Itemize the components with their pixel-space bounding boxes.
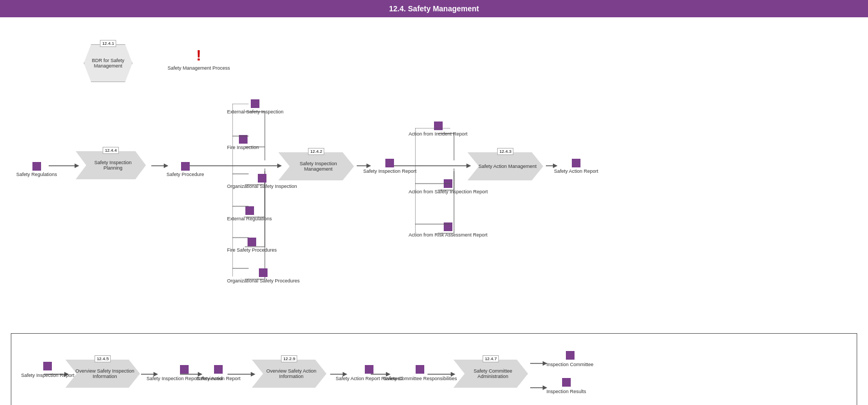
- safety-proc-icon: [181, 162, 190, 171]
- sca-node: 12.4.7 Safety Committee Administration: [453, 360, 528, 388]
- bottom-sir-icon: [43, 362, 52, 370]
- org-safety-label: Organizational Safety Inspection: [227, 184, 297, 190]
- sir-reviewed-icon: [180, 365, 189, 374]
- insp-results-node: Inspection Results: [546, 378, 586, 395]
- sim-node: 12.4.2 Safety Inspection Management: [278, 152, 354, 180]
- sip-node: 12.4.4 Safety Inspection Planning: [76, 151, 146, 179]
- insp-results-label: Inspection Results: [546, 389, 586, 395]
- smp-node: ! Safety Management Process: [168, 47, 230, 72]
- main-container: 12.4. Safety Management: [0, 0, 868, 405]
- osii-node: 12.4.5 Overview Safety Inspection Inform…: [65, 360, 140, 388]
- sar-label: Safety Action Report: [554, 168, 598, 175]
- sim-badge: 12.4.2: [308, 148, 324, 155]
- ext-safety-node: External Safety Inspection: [227, 99, 284, 116]
- action-risk-node: Action from Risk Assessment Report: [409, 222, 488, 239]
- osai-badge: 12.2.9: [281, 355, 297, 362]
- fire-insp-label: Fire Inspection: [227, 145, 259, 151]
- action-insp-label: Action from Safety Inspection Report: [409, 189, 488, 195]
- sir-label: Safety Inspection Report: [363, 168, 417, 175]
- smp-label: Safety Management Process: [168, 65, 230, 72]
- sim-label: Safety Inspection Management: [288, 161, 349, 172]
- fire-safety-label: Fire Safety Procedures: [227, 247, 277, 254]
- osai-node: 12.2.9 Overview Safety Action Informatio…: [252, 360, 326, 388]
- safety-regs-icon: [32, 162, 41, 171]
- sir-node: Safety Inspection Report: [363, 159, 417, 175]
- fire-insp-node: Fire Inspection: [227, 135, 259, 151]
- sam-node: 12.4.3 Safety Action Management: [468, 152, 543, 180]
- action-insp-icon: [444, 179, 452, 188]
- safety-proc-node: Safety Procedure: [166, 162, 204, 178]
- action-insp-node: Action from Safety Inspection Report: [409, 179, 488, 195]
- page-header: 12.4. Safety Management: [0, 0, 868, 17]
- insp-results-icon: [562, 378, 571, 387]
- org-safety-proc-label: Organizational Safety Procedures: [227, 278, 300, 285]
- sc-resp-icon: [416, 365, 424, 374]
- ext-regs-node: External Regulations: [227, 206, 272, 222]
- org-safety-icon: [258, 174, 266, 183]
- bdr-badge: 12.4.1: [100, 40, 116, 47]
- bottom-box: Safety Inspection Report 12.4.5 Overview…: [11, 333, 857, 405]
- sc-resp-node: Safety Committee Responsibilities: [383, 365, 457, 382]
- action-risk-icon: [444, 222, 452, 231]
- fire-insp-icon: [239, 135, 248, 144]
- insp-committee-label: Inspection Committee: [546, 362, 593, 368]
- input-lines-svg: [232, 104, 249, 282]
- sar-reviewed-icon: [365, 365, 373, 374]
- osii-label: Overview Safety Inspection Information: [75, 368, 135, 379]
- action-incident-icon: [434, 122, 443, 130]
- sip-badge: 12.4.4: [103, 147, 119, 154]
- ext-regs-label: External Regulations: [227, 216, 272, 222]
- bottom-sar-label: Safety Action Report: [196, 376, 241, 382]
- insp-committee-icon: [566, 351, 575, 360]
- osai-label: Overview Safety Action Information: [262, 368, 321, 379]
- action-incident-node: Action from Incident Report: [409, 122, 468, 138]
- sar-node: Safety Action Report: [554, 159, 598, 175]
- diagram-area: 12.4.1 BDR for Safety Management ! Safet…: [0, 17, 868, 330]
- header-title: 12.4. Safety Management: [389, 4, 479, 13]
- ext-safety-label: External Safety Inspection: [227, 109, 284, 116]
- sam-label: Safety Action Management: [478, 164, 537, 169]
- exclaim-icon: !: [196, 47, 201, 64]
- sc-resp-label: Safety Committee Responsibilities: [383, 376, 457, 382]
- insp-committee-node: Inspection Committee: [546, 351, 593, 368]
- sir-icon: [385, 159, 394, 167]
- fire-safety-node: Fire Safety Procedures: [227, 238, 277, 254]
- sca-badge: 12.4.7: [483, 355, 499, 362]
- safety-regs-label: Safety Regulations: [16, 172, 57, 178]
- safety-proc-label: Safety Procedure: [166, 172, 204, 178]
- action-incident-label: Action from Incident Report: [409, 131, 468, 138]
- bdr-label: BDR for Safety Management: [87, 58, 129, 69]
- safety-regs-node: Safety Regulations: [16, 162, 57, 178]
- action-risk-label: Action from Risk Assessment Report: [409, 232, 488, 239]
- ext-safety-icon: [251, 99, 259, 108]
- org-safety-proc-icon: [259, 268, 268, 277]
- org-safety-proc-node: Organizational Safety Procedures: [227, 268, 300, 285]
- bdr-node: 12.4.1 BDR for Safety Management: [84, 44, 132, 82]
- sca-label: Safety Committee Administration: [463, 368, 523, 379]
- bottom-sar-icon: [214, 365, 223, 374]
- sar-icon: [572, 159, 580, 167]
- ext-regs-icon: [245, 206, 254, 215]
- fire-safety-icon: [248, 238, 256, 246]
- sam-badge: 12.4.3: [497, 148, 513, 155]
- bottom-sar-node: Safety Action Report: [196, 365, 241, 382]
- osii-badge: 12.4.5: [95, 355, 111, 362]
- sip-label: Safety Inspection Planning: [85, 160, 141, 171]
